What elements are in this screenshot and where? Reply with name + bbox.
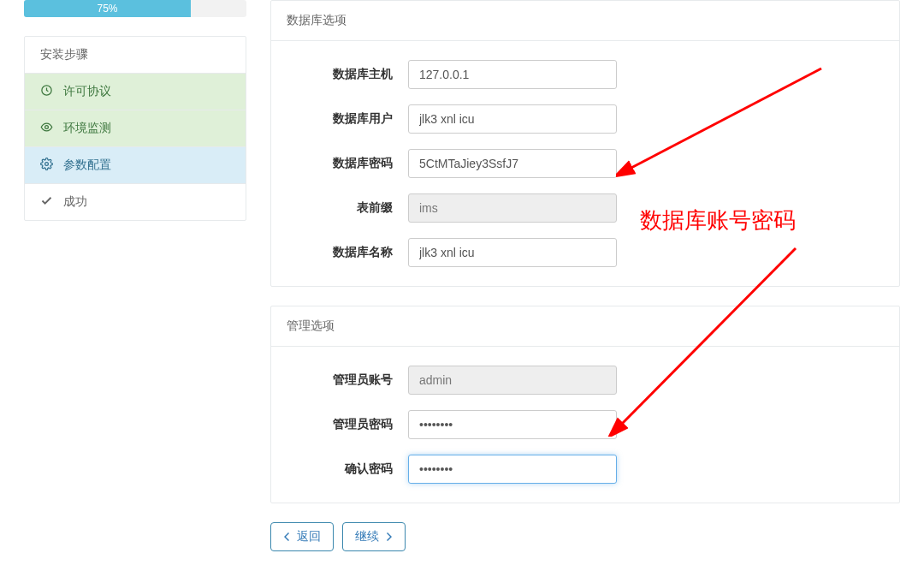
- step-label: 成功: [63, 194, 87, 210]
- panel-title: 管理选项: [271, 306, 899, 347]
- step-label: 参数配置: [63, 158, 111, 173]
- db-options-panel: 数据库选项 数据库主机 数据库用户 数据库密码 表前缀: [270, 0, 900, 287]
- next-button-label: 继续: [355, 529, 379, 544]
- db-prefix-label: 表前缀: [287, 200, 408, 216]
- progress-bar: 75%: [24, 0, 246, 17]
- step-label: 环境监测: [63, 121, 111, 136]
- admin-account-label: 管理员账号: [287, 372, 408, 388]
- db-name-input[interactable]: [408, 238, 617, 267]
- panel-title: 数据库选项: [271, 1, 899, 41]
- step-license[interactable]: 许可协议: [25, 73, 246, 110]
- step-environment[interactable]: 环境监测: [25, 110, 246, 146]
- admin-password-label: 管理员密码: [287, 417, 408, 432]
- eye-icon: [40, 121, 53, 136]
- step-label: 许可协议: [63, 84, 111, 99]
- db-password-label: 数据库密码: [287, 156, 408, 171]
- db-host-label: 数据库主机: [287, 67, 408, 82]
- step-success[interactable]: 成功: [25, 183, 246, 220]
- svg-point-1: [45, 126, 49, 129]
- admin-confirm-input[interactable]: [408, 455, 617, 484]
- steps-title: 安装步骤: [25, 37, 246, 73]
- db-prefix-input[interactable]: [408, 193, 617, 223]
- db-user-label: 数据库用户: [287, 111, 408, 127]
- step-config[interactable]: 参数配置: [25, 146, 246, 183]
- chevron-right-icon: [384, 530, 393, 544]
- clock-icon: [40, 84, 53, 99]
- db-host-input[interactable]: [408, 60, 617, 89]
- chevron-left-icon: [283, 530, 292, 544]
- back-button[interactable]: 返回: [270, 522, 334, 551]
- admin-account-input[interactable]: [408, 366, 617, 395]
- admin-password-input[interactable]: [408, 410, 617, 439]
- admin-confirm-label: 确认密码: [287, 461, 408, 477]
- admin-options-panel: 管理选项 管理员账号 管理员密码 确认密码: [270, 306, 900, 503]
- db-password-input[interactable]: [408, 149, 617, 178]
- back-button-label: 返回: [297, 529, 321, 544]
- db-name-label: 数据库名称: [287, 245, 408, 260]
- progress-fill: 75%: [24, 0, 191, 17]
- checkmark-icon: [40, 194, 53, 210]
- next-button[interactable]: 继续: [342, 522, 406, 551]
- annotation-text: 数据库账号密码: [640, 205, 796, 235]
- gear-icon: [40, 158, 53, 173]
- db-user-input[interactable]: [408, 104, 617, 134]
- svg-point-2: [45, 163, 49, 166]
- steps-list: 安装步骤 许可协议 环境监测 参数配置: [24, 36, 246, 221]
